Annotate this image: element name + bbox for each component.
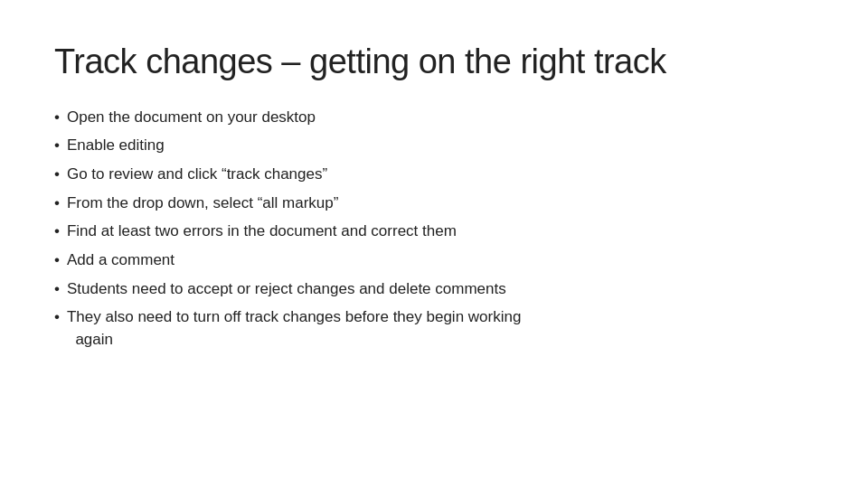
bullet-dot: •	[54, 221, 60, 243]
bullet-list: • Open the document on your desktop • En…	[54, 107, 814, 352]
list-item: • Go to review and click “track changes”	[54, 164, 814, 186]
bullet-text: Students need to accept or reject change…	[67, 278, 814, 301]
bullet-dot: •	[54, 192, 60, 215]
bullet-dot: •	[54, 278, 60, 301]
bullet-text: They also need to turn off track changes…	[67, 306, 814, 351]
bullet-dot: •	[54, 164, 60, 186]
bullet-dot: •	[54, 249, 60, 272]
list-item: • Open the document on your desktop	[54, 107, 814, 129]
list-item: • Add a comment	[54, 249, 814, 272]
slide: Track changes – getting on the right tra…	[0, 0, 868, 488]
bullet-text: From the drop down, select “all markup”	[67, 192, 814, 215]
list-item: • Students need to accept or reject chan…	[54, 278, 814, 301]
bullet-text: Find at least two errors in the document…	[67, 221, 814, 243]
bullet-text: Open the document on your desktop	[67, 107, 814, 129]
bullet-dot: •	[54, 306, 60, 329]
bullet-text: Go to review and click “track changes”	[67, 164, 814, 186]
slide-title: Track changes – getting on the right tra…	[54, 43, 814, 81]
list-item: • From the drop down, select “all markup…	[54, 192, 814, 215]
list-item: • Find at least two errors in the docume…	[54, 221, 814, 243]
list-item: • Enable editing	[54, 135, 814, 157]
list-item: • They also need to turn off track chang…	[54, 306, 814, 351]
bullet-dot: •	[54, 135, 60, 157]
bullet-dot: •	[54, 107, 60, 129]
bullet-text: Enable editing	[67, 135, 814, 157]
bullet-text: Add a comment	[67, 249, 814, 272]
